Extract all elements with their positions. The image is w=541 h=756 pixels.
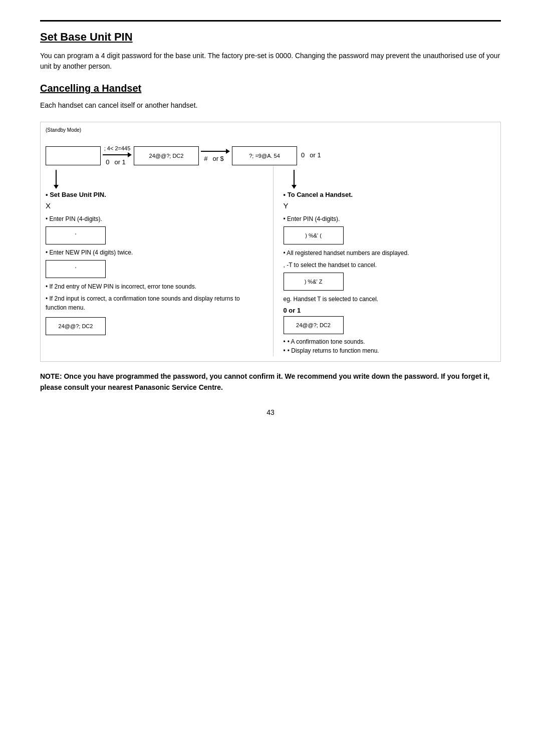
right-branch: • To Cancel a Handset. Y • Enter PIN (4-… [274, 166, 496, 356]
right-branch-var: Y [284, 201, 496, 210]
step1-label: ; 4< 2=445 [104, 145, 131, 151]
right-step2: • All registered handset numbers are dis… [284, 248, 496, 258]
key2-label: # [204, 155, 207, 162]
right-final-display: 24@@?; DC2 [284, 316, 344, 334]
page-number: 43 [40, 408, 501, 416]
step3-box: ?; =9@A. 54 [232, 146, 297, 165]
arrow-block-1: ; 4< 2=445 0 or 1 [103, 145, 132, 166]
standby-box [46, 146, 101, 165]
right-arrow-down [284, 170, 496, 189]
top-flow-row: ; 4< 2=445 0 or 1 24@@?; DC2 # or $ [46, 145, 495, 166]
left-note2: • If 2nd input is correct, a confirmatio… [46, 294, 258, 312]
right-step1: • Enter PIN (4-digits). [284, 215, 496, 223]
note-bold: NOTE: Once you have programmed the passw… [40, 371, 501, 393]
or2-label: or $ [212, 155, 223, 162]
right-branch-label: • To Cancel a Handset. [284, 191, 496, 198]
step3-label: ?; =9@A. 54 [249, 153, 280, 159]
right-note2: • • Display returns to function menu. [284, 347, 496, 354]
section2-intro: Each handset can cancel itself or anothe… [40, 100, 501, 111]
section1-intro: You can program a 4 digit password for t… [40, 51, 501, 72]
left-branch-label: • Set Base Unit PIN. [46, 191, 258, 198]
or3-label: or 1 [310, 151, 321, 159]
right-nav-instruction: , -T to select the handset to cancel. [284, 261, 496, 270]
left-branch-var: X [46, 201, 258, 210]
standby-label: (Standby Mode) [46, 127, 81, 133]
diagram: (Standby Mode) ; 4< 2=445 0 or 1 24@@?; … [40, 122, 501, 362]
arrow-block-2: # or $ [201, 149, 230, 162]
key1-label: 0 [106, 158, 109, 166]
flow-split: • Set Base Unit PIN. X • Enter PIN (4-di… [46, 166, 495, 356]
step2-label: 24@@?; DC2 [149, 153, 184, 159]
left-arrow-down [46, 170, 258, 189]
right-eg-text: eg. Handset T is selected to cancel. [284, 295, 496, 304]
left-step2: • Enter NEW PIN (4 digits) twice. [46, 248, 258, 257]
left-step1: • Enter PIN (4-digits). [46, 215, 258, 223]
right-note1: • • A confirmation tone sounds. [284, 338, 496, 345]
left-display2: ' [46, 260, 106, 278]
left-display1: ' [46, 226, 106, 244]
left-final-display: 24@@?; DC2 [46, 317, 106, 335]
or1-label: or 1 [114, 158, 125, 166]
section2-title: Cancelling a Handset [40, 83, 501, 94]
section1-title: Set Base Unit PIN [40, 31, 501, 44]
right-or-label: 0 or 1 [284, 307, 496, 314]
note-bold-text: Once you have programmed the password, y… [40, 372, 489, 391]
step2-box: 24@@?; DC2 [134, 146, 199, 165]
left-branch: • Set Base Unit PIN. X • Enter PIN (4-di… [46, 166, 274, 356]
right-display2: ) %&' Z [284, 273, 344, 291]
left-note1: • If 2nd entry of NEW PIN is incorrect, … [46, 282, 258, 291]
top-border [40, 20, 501, 22]
right-display1: ) %&' ( [284, 226, 344, 244]
key3-label: 0 [301, 151, 305, 159]
